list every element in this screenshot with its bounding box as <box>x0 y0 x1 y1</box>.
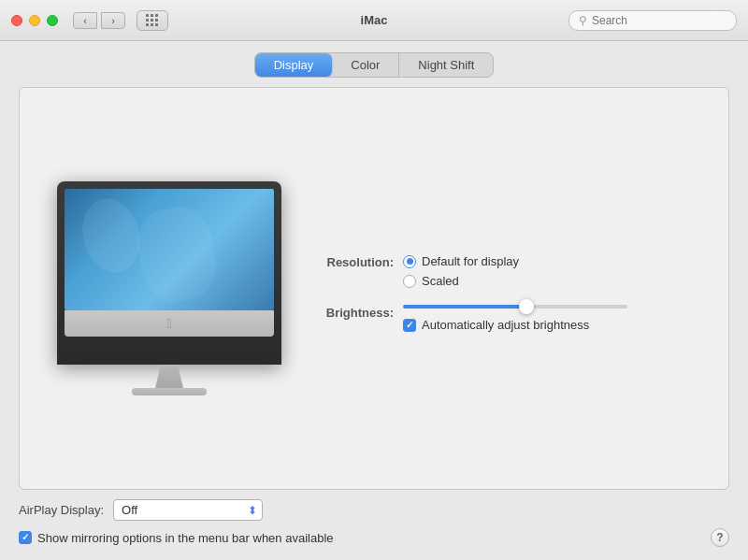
brightness-controls: Automatically adjust brightness <box>403 305 627 332</box>
back-button[interactable]: ‹ <box>73 12 97 29</box>
auto-brightness-row: Automatically adjust brightness <box>403 318 627 332</box>
resolution-scaled-radio[interactable] <box>403 275 416 288</box>
nav-buttons: ‹ › <box>73 12 125 29</box>
mirroring-label: Show mirroring options in the menu bar w… <box>37 531 334 545</box>
brightness-row: Brightness: Automatically adjust brightn… <box>319 305 710 332</box>
imac-screen <box>65 189 274 310</box>
resolution-options: Default for display Scaled <box>403 254 519 288</box>
brightness-slider-row <box>403 305 627 309</box>
imac-chin:  <box>65 310 274 337</box>
resolution-scaled-label: Scaled <box>422 274 459 288</box>
search-icon: ⚲ <box>579 14 587 27</box>
imac-base <box>132 388 207 395</box>
search-box[interactable]: ⚲ <box>568 10 737 31</box>
main-content: Display Color Night Shift  Re <box>0 41 748 560</box>
brightness-label: Brightness: <box>319 306 394 320</box>
imac-graphic:  <box>57 181 281 395</box>
imac-display-area:  <box>38 107 300 470</box>
airplay-label: AirPlay Display: <box>19 503 104 517</box>
imac-stand <box>155 365 183 388</box>
mirroring-checkbox[interactable] <box>19 531 32 544</box>
resolution-scaled-option[interactable]: Scaled <box>403 274 519 288</box>
grid-icon <box>146 14 159 27</box>
mirroring-row: Show mirroring options in the menu bar w… <box>19 528 729 547</box>
resolution-default-option[interactable]: Default for display <box>403 254 519 268</box>
tab-color[interactable]: Color <box>332 53 399 77</box>
titlebar: ‹ › iMac ⚲ <box>0 0 748 41</box>
grid-button[interactable] <box>137 10 168 31</box>
tab-night-shift[interactable]: Night Shift <box>399 53 493 77</box>
auto-brightness-label: Automatically adjust brightness <box>422 318 589 332</box>
airplay-row: AirPlay Display: Off Apple TV ⬍ <box>19 499 729 521</box>
tabs-container: Display Color Night Shift <box>254 52 495 78</box>
bottom-bar: AirPlay Display: Off Apple TV ⬍ Show mir… <box>19 490 729 547</box>
forward-button[interactable]: › <box>101 12 125 29</box>
close-button[interactable] <box>11 15 22 26</box>
airplay-select-wrapper: Off Apple TV ⬍ <box>113 499 263 521</box>
maximize-button[interactable] <box>47 15 58 26</box>
tab-bar: Display Color Night Shift <box>19 52 729 78</box>
brightness-slider-track[interactable] <box>403 305 627 309</box>
imac-screen-outer:  <box>57 181 281 365</box>
help-button[interactable]: ? <box>711 528 729 547</box>
resolution-default-label: Default for display <box>422 254 519 268</box>
airplay-select[interactable]: Off Apple TV <box>113 499 263 521</box>
resolution-row: Resolution: Default for display Scaled <box>319 254 710 288</box>
resolution-default-radio[interactable] <box>403 255 416 268</box>
search-input[interactable] <box>592 14 723 27</box>
tab-display[interactable]: Display <box>255 53 333 77</box>
window-title: iMac <box>361 13 388 27</box>
auto-brightness-checkbox[interactable] <box>403 319 416 332</box>
resolution-label: Resolution: <box>319 255 394 269</box>
minimize-button[interactable] <box>29 15 40 26</box>
brightness-slider-thumb[interactable] <box>519 299 534 314</box>
settings-controls: Resolution: Default for display Scaled <box>319 107 710 470</box>
traffic-lights <box>11 15 58 26</box>
apple-logo-icon:  <box>166 316 171 331</box>
settings-panel:  Resolution: Default for display <box>19 87 729 490</box>
